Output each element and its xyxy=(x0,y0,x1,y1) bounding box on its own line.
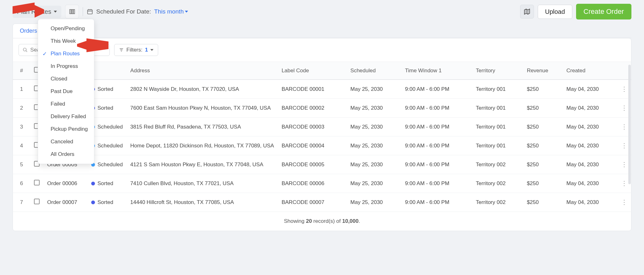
col-revenue: Revenue xyxy=(523,62,563,80)
row-created: May 04, 2030 xyxy=(563,174,617,193)
row-created: May 04, 2030 xyxy=(563,99,617,118)
dropdown-item[interactable]: Closed xyxy=(38,73,94,85)
caret-down-icon xyxy=(150,49,153,51)
row-status: Sorted xyxy=(87,174,126,193)
row-created: May 04, 2030 xyxy=(563,80,617,99)
filter-icon xyxy=(119,47,124,52)
create-order-button[interactable]: Create Order xyxy=(576,4,631,19)
dropdown-item[interactable]: In Progress xyxy=(38,60,94,73)
scheduled-value-link[interactable]: This month xyxy=(154,8,188,15)
row-territory: Territory 001 xyxy=(472,136,523,155)
orders-table: # Address Label Code Scheduled Time Wind… xyxy=(13,62,631,212)
col-scheduled: Scheduled xyxy=(347,62,401,80)
row-scheduled: May 25, 2030 xyxy=(347,155,401,174)
dropdown-item[interactable]: Open/Pending xyxy=(38,22,94,35)
row-address: Home Depot, 11820 Dickinson Rd, Houston,… xyxy=(126,136,278,155)
scheduled-prefix: Scheduled For Date: xyxy=(96,8,151,15)
row-num: 1 xyxy=(13,80,30,99)
col-time-window: Time Window 1 xyxy=(401,62,472,80)
upload-button[interactable]: Upload xyxy=(538,5,572,19)
row-address: 7410 Cullen Blvd, Houston, TX 77021, USA xyxy=(126,174,278,193)
row-revenue: $250 xyxy=(523,80,563,99)
svg-line-13 xyxy=(26,51,27,52)
row-time-window: 9:00 AM - 6:00 PM xyxy=(401,174,472,193)
filters-button[interactable]: Filters: 1 xyxy=(114,44,158,56)
dropdown-item[interactable]: Pickup Pending xyxy=(38,123,94,135)
dropdown-item[interactable]: Failed xyxy=(38,98,94,110)
filters-count: 1 xyxy=(145,47,148,53)
row-label-code: BARCODE 00006 xyxy=(278,174,347,193)
table-row[interactable]: 2 Order 00002 Sorted 7600 East Sam Houst… xyxy=(13,99,631,118)
row-label-code: BARCODE 00001 xyxy=(278,80,347,99)
dropdown-item[interactable]: Delivery Failed xyxy=(38,110,94,123)
row-scheduled: May 25, 2030 xyxy=(347,136,401,155)
row-num: 3 xyxy=(13,118,30,136)
row-time-window: 9:00 AM - 6:00 PM xyxy=(401,99,472,118)
svg-rect-2 xyxy=(73,9,75,14)
svg-marker-11 xyxy=(77,38,108,52)
row-more-icon[interactable]: ⋮ xyxy=(621,180,627,187)
row-created: May 04, 2030 xyxy=(563,155,617,174)
row-territory: Territory 002 xyxy=(472,155,523,174)
status-dot-icon xyxy=(91,201,95,204)
row-revenue: $250 xyxy=(523,193,563,212)
row-revenue: $250 xyxy=(523,136,563,155)
table-row[interactable]: 4 Order 00004 Scheduled Home Depot, 1182… xyxy=(13,136,631,155)
row-time-window: 9:00 AM - 6:00 PM xyxy=(401,80,472,99)
row-more-icon[interactable]: ⋮ xyxy=(621,123,627,130)
row-address: 14440 Hillcroft St, Houston, TX 77085, U… xyxy=(126,193,278,212)
dropdown-item[interactable]: All Orders xyxy=(38,148,94,161)
svg-rect-1 xyxy=(71,9,73,14)
row-more-icon[interactable]: ⋮ xyxy=(621,142,627,149)
row-label-code: BARCODE 00002 xyxy=(278,99,347,118)
row-created: May 04, 2030 xyxy=(563,118,617,136)
col-num: # xyxy=(13,62,30,80)
table-row[interactable]: 1 Order 00001 Sorted 2802 N Wayside Dr, … xyxy=(13,80,631,99)
row-territory: Territory 001 xyxy=(472,80,523,99)
table-row[interactable]: 5 Order 00005 Scheduled 4121 S Sam Houst… xyxy=(13,155,631,174)
row-num: 4 xyxy=(13,136,30,155)
row-revenue: $250 xyxy=(523,174,563,193)
row-checkbox[interactable] xyxy=(34,180,40,185)
annotation-arrow xyxy=(77,38,108,52)
caret-down-icon xyxy=(54,11,57,13)
row-num: 5 xyxy=(13,155,30,174)
row-checkbox[interactable] xyxy=(34,199,40,204)
row-created: May 04, 2030 xyxy=(563,193,617,212)
dropdown-item[interactable]: Canceled xyxy=(38,135,94,148)
annotation-arrow xyxy=(13,3,44,20)
row-label-code: BARCODE 00004 xyxy=(278,136,347,155)
svg-point-12 xyxy=(23,48,26,51)
table-row[interactable]: 6 Order 00006 Sorted 7410 Cullen Blvd, H… xyxy=(13,174,631,193)
row-scheduled: May 25, 2030 xyxy=(347,80,401,99)
table-row[interactable]: 3 Order 00003 Scheduled 3815 Red Bluff R… xyxy=(13,118,631,136)
row-territory: Territory 001 xyxy=(472,99,523,118)
row-address: 4121 S Sam Houston Pkwy E, Houston, TX 7… xyxy=(126,155,278,174)
row-more-icon[interactable]: ⋮ xyxy=(621,199,627,206)
row-revenue: $250 xyxy=(523,155,563,174)
svg-rect-3 xyxy=(87,10,92,14)
row-more-icon[interactable]: ⋮ xyxy=(621,104,627,111)
col-label-code: Label Code xyxy=(278,62,347,80)
row-num: 6 xyxy=(13,174,30,193)
col-created: Created xyxy=(563,62,617,80)
search-icon xyxy=(23,47,28,53)
row-revenue: $250 xyxy=(523,118,563,136)
scrollbar[interactable] xyxy=(628,65,631,184)
row-more-icon[interactable]: ⋮ xyxy=(621,161,627,168)
row-created: May 04, 2030 xyxy=(563,136,617,155)
dropdown-item[interactable]: Past Due xyxy=(38,85,94,98)
divider xyxy=(83,7,83,16)
row-scheduled: May 25, 2030 xyxy=(347,99,401,118)
row-more-icon[interactable]: ⋮ xyxy=(621,85,627,92)
map-icon-button[interactable] xyxy=(520,5,534,19)
svg-marker-10 xyxy=(13,3,44,18)
status-dot-icon xyxy=(91,182,95,185)
calendar-icon xyxy=(87,8,93,15)
col-territory: Territory xyxy=(472,62,523,80)
row-territory: Territory 002 xyxy=(472,193,523,212)
row-address: 3815 Red Bluff Rd, Pasadena, TX 77503, U… xyxy=(126,118,278,136)
table-row[interactable]: 7 Order 00007 Sorted 14440 Hillcroft St,… xyxy=(13,193,631,212)
table-footer: Showing 20 record(s) of 10,000. xyxy=(13,212,631,231)
columns-icon-button[interactable] xyxy=(65,5,79,19)
